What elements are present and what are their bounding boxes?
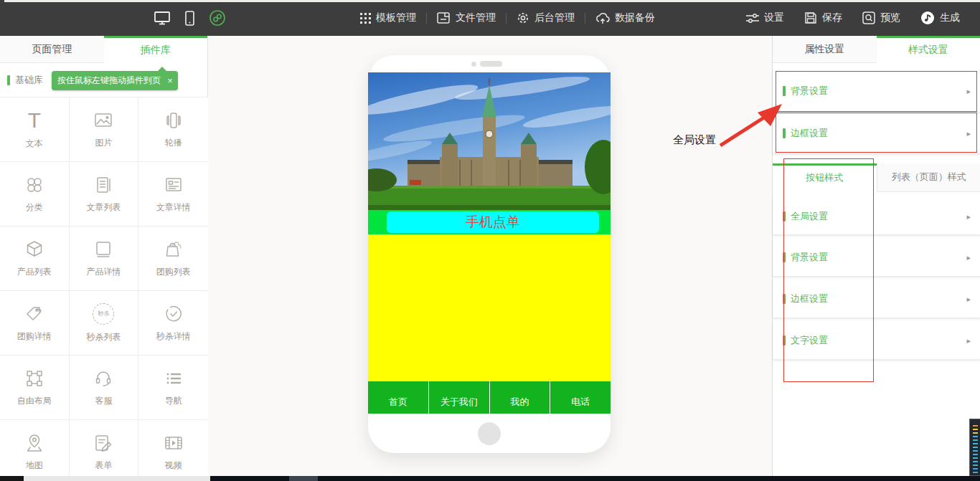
nav-item-about[interactable]: 关于我们 (428, 381, 489, 414)
button-background-settings[interactable]: 背景设置 ▸ (773, 239, 980, 276)
product-detail-icon (93, 239, 113, 259)
topbar-right-menu: 设置 保存 预览 生成 (736, 0, 970, 36)
plugin-text[interactable]: T 文本 (0, 97, 70, 162)
gear-icon (517, 11, 529, 24)
free-layout-icon (24, 368, 44, 389)
plugin-form[interactable]: 表单 (70, 420, 139, 476)
tab-style-settings[interactable]: 样式设置 (877, 36, 980, 63)
seckill-list-icon: 秒杀 (93, 303, 114, 325)
plugin-article-list[interactable]: 文章列表 (70, 162, 139, 227)
section-border-settings[interactable]: 边框设置 ▸ (773, 113, 980, 153)
article-list-icon (93, 175, 113, 195)
section-marker (7, 75, 10, 85)
content-area-widget[interactable] (368, 234, 611, 381)
drag-hint-tooltip: 按住鼠标左键拖动插件到页 × (52, 71, 178, 90)
plugin-groupbuy-detail[interactable]: 团购详情 (0, 291, 70, 356)
plugin-seckill-list[interactable]: 秒杀 秒杀列表 (70, 291, 139, 356)
settings-button[interactable]: 设置 (736, 11, 794, 24)
groupbuy-detail-icon (24, 304, 44, 324)
menu-template-manage[interactable]: 模板管理 (350, 11, 426, 24)
left-panel-tabs: 页面管理 插件库 (0, 36, 207, 63)
section-label: 基础库 (15, 74, 43, 87)
chevron-right-icon: ▸ (966, 87, 971, 96)
menu-label: 保存 (822, 11, 842, 24)
chevron-right-icon: ▸ (966, 253, 971, 262)
title-strip-widget[interactable]: 手机点单 (368, 210, 611, 234)
plugin-groupbuy-list[interactable]: 团购列表 (138, 227, 208, 291)
banner-image-widget[interactable] (368, 72, 611, 210)
section-marker (783, 128, 786, 138)
nav-item-phone[interactable]: 电话 (550, 381, 611, 414)
article-detail-icon (164, 175, 184, 195)
section-background-settings[interactable]: 背景设置 ▸ (773, 70, 980, 112)
plugin-category[interactable]: 分类 (0, 162, 70, 227)
chevron-right-icon: ▸ (966, 212, 971, 222)
plugin-free-layout[interactable]: 自由布局 (0, 356, 70, 420)
plugin-article-detail[interactable]: 文章详情 (138, 162, 208, 227)
phone-camera-dot (471, 62, 476, 67)
seckill-detail-icon (164, 304, 184, 324)
plugin-carousel[interactable]: 轮播 (138, 97, 208, 162)
editor-canvas[interactable]: 手机点单 首页 关于我们 我的 电话 (208, 36, 772, 476)
tab-page-manage[interactable]: 页面管理 (0, 36, 104, 63)
nav-list-icon (164, 368, 184, 389)
horizontal-scrollbar[interactable] (0, 476, 980, 481)
button-border-settings[interactable]: 边框设置 ▸ (773, 280, 980, 318)
menu-file-manage[interactable]: 文件管理 (427, 11, 506, 24)
link-icon[interactable] (209, 9, 226, 27)
plugin-seckill-detail[interactable]: 秒杀详情 (138, 291, 208, 356)
tooltip-close-icon[interactable]: × (162, 71, 178, 90)
topbar: 模板管理 文件管理 后台管理 数据备份 设置 (0, 0, 980, 36)
service-icon (93, 368, 113, 389)
bottom-nav-widget: 首页 关于我们 我的 电话 (368, 381, 611, 414)
plugin-product-detail[interactable]: 产品详情 (70, 227, 139, 291)
plugin-service[interactable]: 客服 (70, 356, 139, 420)
menu-label: 文件管理 (456, 11, 496, 24)
phone-speaker-bar (480, 61, 502, 67)
mobile-icon[interactable] (185, 11, 194, 26)
section-marker (783, 294, 786, 304)
button-global-settings[interactable]: 全局设置 ▸ (773, 199, 980, 234)
plugin-product-list[interactable]: 产品列表 (0, 227, 70, 291)
cloud-upload-icon (595, 12, 610, 24)
tab-list-page-style[interactable]: 列表（页面）样式 (877, 163, 980, 192)
plugin-image[interactable]: 图片 (70, 97, 139, 162)
style-sub-tabs: 按钮样式 列表（页面）样式 (773, 163, 980, 192)
plugin-sidebar: 页面管理 插件库 基础库 按住鼠标左键拖动插件到页 × T 文本 图片 轮播 (0, 36, 208, 476)
nav-item-mine[interactable]: 我的 (489, 381, 550, 414)
menu-label: 设置 (764, 11, 784, 24)
right-panel-tabs: 属性设置 样式设置 (773, 36, 980, 63)
menu-label: 后台管理 (534, 11, 575, 24)
menu-label: 预览 (880, 11, 900, 24)
mini-scroll-marker-widget[interactable] (969, 419, 980, 476)
menu-data-backup[interactable]: 数据备份 (585, 11, 665, 24)
save-button[interactable]: 保存 (794, 11, 852, 24)
save-icon (804, 11, 817, 24)
sliders-icon (746, 13, 759, 24)
tab-property-settings[interactable]: 属性设置 (773, 36, 877, 63)
menu-backend-manage[interactable]: 后台管理 (507, 11, 585, 24)
grid-icon (360, 13, 371, 24)
title-button[interactable]: 手机点单 (387, 211, 599, 233)
parliament-photo (368, 72, 611, 210)
nav-item-home[interactable]: 首页 (368, 381, 428, 414)
generate-button[interactable]: 生成 (910, 11, 970, 25)
plugin-video[interactable]: 视频 (138, 420, 208, 476)
plugin-map[interactable]: 地图 (0, 420, 70, 476)
device-toggle-group (154, 0, 226, 36)
preview-button[interactable]: 预览 (852, 11, 910, 24)
chevron-right-icon: ▸ (966, 129, 971, 138)
groupbuy-list-icon (164, 239, 184, 259)
tab-plugin-library[interactable]: 插件库 (104, 36, 208, 63)
scrollbar-thumb[interactable] (24, 476, 210, 481)
desktop-icon[interactable] (154, 11, 171, 25)
tab-button-style[interactable]: 按钮样式 (773, 163, 877, 192)
button-text-settings[interactable]: 文字设置 ▸ (773, 322, 980, 359)
scrollbar-track-left (0, 476, 24, 481)
map-pin-icon (24, 433, 44, 453)
menu-label: 模板管理 (376, 11, 416, 24)
section-marker (783, 86, 786, 96)
plugin-nav[interactable]: 导航 (138, 356, 208, 420)
file-icon (437, 11, 451, 24)
generate-icon (920, 11, 935, 25)
